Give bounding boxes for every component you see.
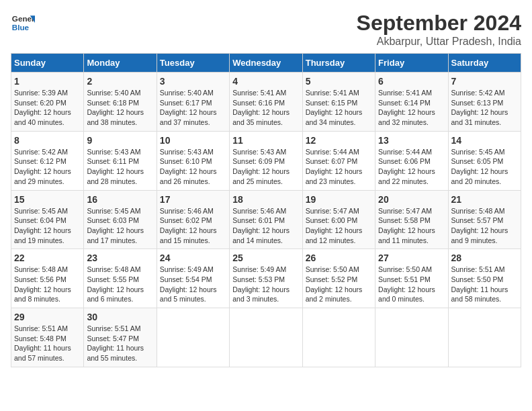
calendar-cell: [230, 308, 302, 367]
day-info: Sunrise: 5:51 AM Sunset: 5:47 PM Dayligh…: [87, 324, 153, 363]
calendar-cell: 6Sunrise: 5:41 AM Sunset: 6:14 PM Daylig…: [375, 73, 448, 132]
day-info: Sunrise: 5:49 AM Sunset: 5:53 PM Dayligh…: [232, 265, 299, 304]
day-info: Sunrise: 5:51 AM Sunset: 5:50 PM Dayligh…: [451, 265, 518, 304]
day-info: Sunrise: 5:42 AM Sunset: 6:12 PM Dayligh…: [14, 147, 81, 187]
calendar-cell: 15Sunrise: 5:45 AM Sunset: 6:04 PM Dayli…: [11, 190, 84, 249]
calendar-cell: 10Sunrise: 5:43 AM Sunset: 6:10 PM Dayli…: [157, 131, 229, 190]
day-number: 21: [451, 194, 518, 205]
day-number: 19: [306, 194, 372, 205]
calendar-cell: 2Sunrise: 5:40 AM Sunset: 6:18 PM Daylig…: [84, 73, 157, 132]
day-number: 7: [451, 76, 518, 87]
calendar-cell: 16Sunrise: 5:45 AM Sunset: 6:03 PM Dayli…: [84, 190, 157, 249]
header-day-wednesday: Wednesday: [230, 54, 302, 73]
title-area: September 2024 Akbarpur, Uttar Pradesh, …: [357, 11, 521, 48]
day-number: 5: [306, 76, 372, 87]
day-info: Sunrise: 5:43 AM Sunset: 6:11 PM Dayligh…: [87, 147, 153, 187]
logo-icon: General Blue: [11, 11, 35, 35]
day-info: Sunrise: 5:45 AM Sunset: 6:03 PM Dayligh…: [87, 206, 153, 246]
calendar-cell: 30Sunrise: 5:51 AM Sunset: 5:47 PM Dayli…: [84, 308, 157, 367]
week-row-4: 22Sunrise: 5:48 AM Sunset: 5:56 PM Dayli…: [11, 249, 521, 308]
svg-text:General: General: [12, 14, 35, 23]
day-info: Sunrise: 5:50 AM Sunset: 5:52 PM Dayligh…: [306, 265, 372, 304]
calendar-cell: 26Sunrise: 5:50 AM Sunset: 5:52 PM Dayli…: [302, 249, 375, 308]
header-day-tuesday: Tuesday: [157, 54, 229, 73]
day-number: 14: [451, 135, 518, 146]
calendar-cell: 9Sunrise: 5:43 AM Sunset: 6:11 PM Daylig…: [84, 131, 157, 190]
day-info: Sunrise: 5:43 AM Sunset: 6:10 PM Dayligh…: [160, 147, 226, 187]
day-number: 18: [232, 194, 299, 205]
day-info: Sunrise: 5:44 AM Sunset: 6:07 PM Dayligh…: [306, 147, 372, 187]
day-info: Sunrise: 5:51 AM Sunset: 5:48 PM Dayligh…: [14, 324, 81, 363]
day-info: Sunrise: 5:50 AM Sunset: 5:51 PM Dayligh…: [378, 265, 445, 304]
day-info: Sunrise: 5:44 AM Sunset: 6:06 PM Dayligh…: [378, 147, 445, 187]
day-info: Sunrise: 5:46 AM Sunset: 6:01 PM Dayligh…: [232, 206, 299, 246]
day-number: 17: [160, 194, 226, 205]
calendar-cell: 23Sunrise: 5:48 AM Sunset: 5:55 PM Dayli…: [84, 249, 157, 308]
calendar-cell: [448, 308, 521, 367]
day-info: Sunrise: 5:46 AM Sunset: 6:02 PM Dayligh…: [160, 206, 226, 246]
calendar-cell: 21Sunrise: 5:48 AM Sunset: 5:57 PM Dayli…: [448, 190, 521, 249]
day-info: Sunrise: 5:48 AM Sunset: 5:55 PM Dayligh…: [87, 265, 153, 304]
calendar-table: SundayMondayTuesdayWednesdayThursdayFrid…: [11, 53, 521, 367]
week-row-5: 29Sunrise: 5:51 AM Sunset: 5:48 PM Dayli…: [11, 308, 521, 367]
page-title: September 2024: [357, 11, 521, 36]
calendar-cell: 22Sunrise: 5:48 AM Sunset: 5:56 PM Dayli…: [11, 249, 84, 308]
day-info: Sunrise: 5:39 AM Sunset: 6:20 PM Dayligh…: [14, 88, 81, 128]
day-info: Sunrise: 5:42 AM Sunset: 6:13 PM Dayligh…: [451, 88, 518, 128]
calendar-body: 1Sunrise: 5:39 AM Sunset: 6:20 PM Daylig…: [11, 73, 521, 367]
day-info: Sunrise: 5:47 AM Sunset: 6:00 PM Dayligh…: [306, 206, 372, 246]
calendar-cell: 25Sunrise: 5:49 AM Sunset: 5:53 PM Dayli…: [230, 249, 302, 308]
day-number: 11: [232, 135, 299, 146]
calendar-cell: 13Sunrise: 5:44 AM Sunset: 6:06 PM Dayli…: [375, 131, 448, 190]
calendar-cell: 24Sunrise: 5:49 AM Sunset: 5:54 PM Dayli…: [157, 249, 229, 308]
header-day-sunday: Sunday: [11, 54, 84, 73]
day-number: 26: [306, 253, 372, 263]
page-subtitle: Akbarpur, Uttar Pradesh, India: [357, 36, 521, 48]
header-day-thursday: Thursday: [302, 54, 375, 73]
calendar-cell: 12Sunrise: 5:44 AM Sunset: 6:07 PM Dayli…: [302, 131, 375, 190]
calendar-cell: 20Sunrise: 5:47 AM Sunset: 5:58 PM Dayli…: [375, 190, 448, 249]
day-number: 3: [160, 76, 226, 87]
week-row-3: 15Sunrise: 5:45 AM Sunset: 6:04 PM Dayli…: [11, 190, 521, 249]
day-number: 8: [14, 135, 81, 146]
calendar-cell: [157, 308, 229, 367]
day-info: Sunrise: 5:41 AM Sunset: 6:14 PM Dayligh…: [378, 88, 445, 128]
day-number: 23: [87, 253, 153, 263]
calendar-cell: 14Sunrise: 5:45 AM Sunset: 6:05 PM Dayli…: [448, 131, 521, 190]
day-number: 4: [232, 76, 299, 87]
day-info: Sunrise: 5:49 AM Sunset: 5:54 PM Dayligh…: [160, 265, 226, 304]
day-number: 10: [160, 135, 226, 146]
calendar-cell: 1Sunrise: 5:39 AM Sunset: 6:20 PM Daylig…: [11, 73, 84, 132]
week-row-2: 8Sunrise: 5:42 AM Sunset: 6:12 PM Daylig…: [11, 131, 521, 190]
header-row: SundayMondayTuesdayWednesdayThursdayFrid…: [11, 54, 521, 73]
calendar-cell: 4Sunrise: 5:41 AM Sunset: 6:16 PM Daylig…: [230, 73, 302, 132]
day-number: 22: [14, 253, 81, 263]
day-info: Sunrise: 5:41 AM Sunset: 6:15 PM Dayligh…: [306, 88, 372, 128]
calendar-cell: 5Sunrise: 5:41 AM Sunset: 6:15 PM Daylig…: [302, 73, 375, 132]
logo: General Blue: [11, 11, 35, 35]
calendar-cell: 27Sunrise: 5:50 AM Sunset: 5:51 PM Dayli…: [375, 249, 448, 308]
day-number: 6: [378, 76, 445, 87]
day-info: Sunrise: 5:48 AM Sunset: 5:57 PM Dayligh…: [451, 206, 518, 246]
svg-text:Blue: Blue: [12, 23, 30, 32]
day-number: 30: [87, 312, 153, 322]
calendar-cell: 29Sunrise: 5:51 AM Sunset: 5:48 PM Dayli…: [11, 308, 84, 367]
calendar-cell: 7Sunrise: 5:42 AM Sunset: 6:13 PM Daylig…: [448, 73, 521, 132]
header-day-monday: Monday: [84, 54, 157, 73]
day-number: 16: [87, 194, 153, 205]
calendar-cell: [302, 308, 375, 367]
calendar-cell: 11Sunrise: 5:43 AM Sunset: 6:09 PM Dayli…: [230, 131, 302, 190]
day-info: Sunrise: 5:40 AM Sunset: 6:18 PM Dayligh…: [87, 88, 153, 128]
day-number: 12: [306, 135, 372, 146]
day-info: Sunrise: 5:45 AM Sunset: 6:04 PM Dayligh…: [14, 206, 81, 246]
day-number: 1: [14, 76, 81, 87]
day-number: 20: [378, 194, 445, 205]
day-info: Sunrise: 5:43 AM Sunset: 6:09 PM Dayligh…: [232, 147, 299, 187]
calendar-cell: 3Sunrise: 5:40 AM Sunset: 6:17 PM Daylig…: [157, 73, 229, 132]
calendar-cell: 28Sunrise: 5:51 AM Sunset: 5:50 PM Dayli…: [448, 249, 521, 308]
day-number: 28: [451, 253, 518, 263]
day-info: Sunrise: 5:41 AM Sunset: 6:16 PM Dayligh…: [232, 88, 299, 128]
calendar-cell: [375, 308, 448, 367]
day-number: 15: [14, 194, 81, 205]
day-number: 9: [87, 135, 153, 146]
